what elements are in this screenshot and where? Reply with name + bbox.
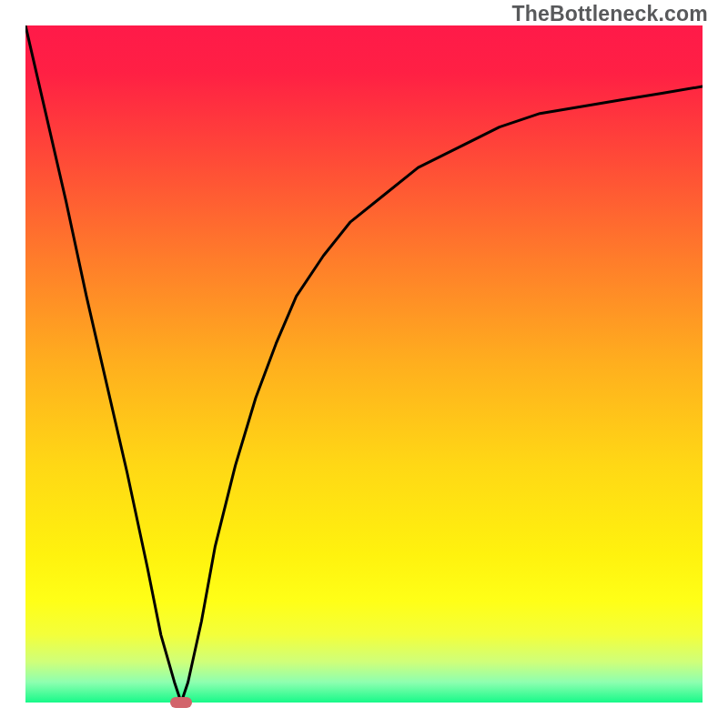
- optimum-marker: [170, 697, 192, 708]
- bottleneck-curve: [25, 25, 703, 703]
- watermark-text: TheBottleneck.com: [511, 2, 708, 26]
- chart-plot-area: [25, 25, 703, 703]
